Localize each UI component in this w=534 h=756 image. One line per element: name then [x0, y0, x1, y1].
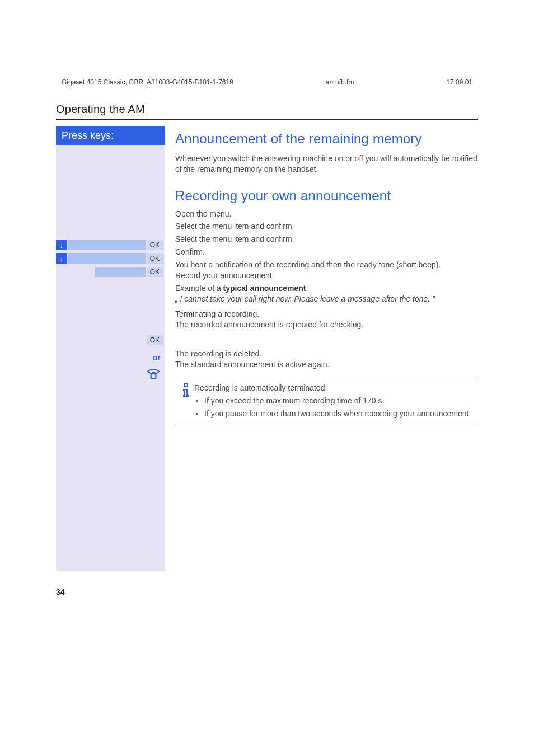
heading-record-announcement: Recording your own announcement	[175, 187, 478, 205]
or-label: or	[56, 353, 165, 362]
menu-field-1	[68, 240, 146, 250]
ok-key-2: OK	[147, 253, 163, 264]
info-bullet-1: If you exceed the maximum recording time…	[204, 396, 476, 406]
key-row-3: OK	[56, 266, 165, 278]
doc-filename: anrufb.fm	[326, 78, 354, 86]
page-number: 34	[56, 588, 478, 597]
down-arrow-icon: ↓	[56, 240, 67, 250]
example-text: „ I cannot take your call right now. Ple…	[175, 294, 435, 303]
doc-id: Gigaset 4015 Classic, GBR, A31008-G4015-…	[62, 78, 233, 86]
para-remaining-memory: Whenever you switch the answering machin…	[175, 153, 478, 175]
ok-key-3: OK	[147, 267, 163, 277]
heading-remaining-memory: Announcement of the remaining memory	[175, 130, 478, 148]
menu-field-2	[68, 253, 146, 264]
down-arrow-icon: ↓	[56, 253, 67, 264]
deleted-text: The recording is deleted. The standard a…	[175, 349, 478, 370]
step-2-text: Select the menu item and confirm.	[175, 234, 478, 245]
step-1-text: Select the menu item and confirm.	[175, 221, 478, 232]
main-content: Announcement of the remaining memory Whe…	[165, 126, 478, 571]
open-menu-text: Open the menu.	[175, 209, 478, 219]
doc-date: 17.09.01	[446, 78, 472, 86]
svg-point-1	[184, 383, 188, 387]
onhook-row	[56, 365, 165, 388]
example-colon: :	[306, 284, 308, 293]
section-title: Operating the AM	[56, 103, 478, 120]
terminate-text: Terminating a recording. The recorded an…	[175, 309, 478, 330]
step-3-text: Confirm.	[175, 247, 478, 257]
svg-rect-0	[151, 374, 156, 379]
ok-key-1: OK	[147, 240, 163, 250]
example-bold: typical announcement	[223, 284, 306, 293]
key-row-1: ↓ OK	[56, 239, 165, 251]
press-keys-sidebar: Press keys: ↓ OK ↓ OK OK	[56, 126, 165, 571]
example-label: Example of a	[175, 284, 223, 293]
info-icon	[177, 383, 194, 419]
info-intro: Recording is automatically terminated:	[194, 383, 476, 393]
key-row-2: ↓ OK	[56, 252, 165, 265]
sidebar-header: Press keys:	[56, 126, 165, 145]
onhook-icon	[146, 366, 161, 381]
ok-key-4: OK	[147, 335, 163, 345]
after-confirm-text: You hear a notification of the recording…	[175, 260, 478, 281]
menu-field-3	[95, 267, 146, 277]
info-bullet-2: If you pause for more than two seconds w…	[204, 408, 476, 419]
info-box: Recording is automatically terminated: I…	[175, 378, 478, 425]
key-row-4: OK	[56, 334, 165, 346]
